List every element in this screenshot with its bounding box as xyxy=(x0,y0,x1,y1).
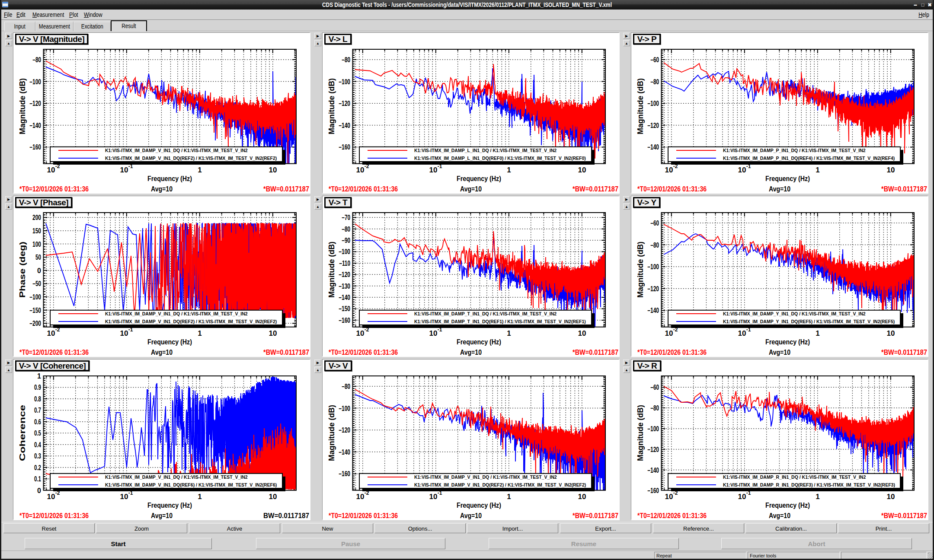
svg-text:−160: −160 xyxy=(647,487,659,494)
svg-text:−60: −60 xyxy=(650,220,659,227)
svg-text:*T0=12/01/2026 01:31:36: *T0=12/01/2026 01:31:36 xyxy=(637,349,707,356)
svg-text:Frequency (Hz): Frequency (Hz) xyxy=(765,338,810,346)
svg-text:50: 50 xyxy=(35,254,41,261)
svg-text:−120: −120 xyxy=(647,446,659,453)
svg-text:−160: −160 xyxy=(29,143,41,151)
svg-text:Magnitude (dB): Magnitude (dB) xyxy=(636,405,645,461)
svg-text:K1:VIS-ITMX_IM_DAMP_V_IN1_DQ(R: K1:VIS-ITMX_IM_DAMP_V_IN1_DQ(REF6) / K1:… xyxy=(105,482,277,487)
svg-text:−110: −110 xyxy=(339,260,350,267)
svg-text:Magnitude (dB): Magnitude (dB) xyxy=(18,78,27,134)
svg-text:*BW=0.0117187: *BW=0.0117187 xyxy=(263,185,309,193)
svg-text:*T0=12/01/2026 01:31:36: *T0=12/01/2026 01:31:36 xyxy=(19,185,89,193)
svg-text:−140: −140 xyxy=(339,122,350,129)
svg-text:−100: −100 xyxy=(29,78,41,86)
svg-text:*T0=12/01/2026 01:31:36: *T0=12/01/2026 01:31:36 xyxy=(637,512,707,519)
svg-text:*BW=0.0117187: *BW=0.0117187 xyxy=(881,349,927,356)
svg-text:10: 10 xyxy=(47,493,55,501)
svg-text:*T0=12/01/2026 01:31:36: *T0=12/01/2026 01:31:36 xyxy=(329,349,398,356)
svg-text:−120: −120 xyxy=(647,122,659,129)
svg-text:10: 10 xyxy=(665,166,673,174)
svg-text:150: 150 xyxy=(32,227,41,235)
svg-text:−120: −120 xyxy=(339,271,350,278)
svg-text:*BW=0.0117187: *BW=0.0117187 xyxy=(263,349,309,356)
svg-text:100: 100 xyxy=(32,241,41,248)
svg-text:−80: −80 xyxy=(650,242,659,249)
svg-text:0.8: 0.8 xyxy=(34,395,41,403)
svg-text:−60: −60 xyxy=(650,384,659,391)
svg-text:K1:VIS-ITMX_IM_DAMP_V_IN1_DQ(R: K1:VIS-ITMX_IM_DAMP_V_IN1_DQ(REF2) / K1:… xyxy=(105,319,277,324)
svg-text:−140: −140 xyxy=(647,143,659,151)
svg-text:10: 10 xyxy=(887,329,895,337)
svg-text:0.1: 0.1 xyxy=(34,475,41,483)
svg-text:10: 10 xyxy=(47,329,55,337)
svg-text:10: 10 xyxy=(120,166,128,174)
svg-text:K1:VIS-ITMX_IM_DAMP_P_IN1_DQ(R: K1:VIS-ITMX_IM_DAMP_P_IN1_DQ(REF4) / K1:… xyxy=(723,156,895,161)
svg-text:0.7: 0.7 xyxy=(34,407,41,414)
svg-text:Frequency (Hz): Frequency (Hz) xyxy=(147,175,192,182)
svg-text:Avg=10: Avg=10 xyxy=(769,512,790,519)
svg-text:−140: −140 xyxy=(647,307,659,314)
svg-text:K1:VIS-ITMX_IM_DAMP_R_IN1_DQ /: K1:VIS-ITMX_IM_DAMP_R_IN1_DQ / K1:VIS-IT… xyxy=(723,474,866,480)
svg-text:0.5: 0.5 xyxy=(34,430,41,437)
svg-text:K1:VIS-ITMX_IM_DAMP_V_IN1_DQ(R: K1:VIS-ITMX_IM_DAMP_V_IN1_DQ(REF2) / K1:… xyxy=(414,482,586,487)
svg-text:1: 1 xyxy=(198,329,202,337)
svg-text:1: 1 xyxy=(198,166,202,174)
svg-text:Avg=10: Avg=10 xyxy=(151,349,173,356)
svg-text:BW=0.0117187: BW=0.0117187 xyxy=(263,512,309,519)
svg-text:10: 10 xyxy=(47,166,55,174)
svg-text:Frequency (Hz): Frequency (Hz) xyxy=(147,502,192,509)
svg-text:0: 0 xyxy=(37,267,41,274)
svg-text:Frequency (Hz): Frequency (Hz) xyxy=(457,338,501,346)
svg-text:−90: −90 xyxy=(342,237,350,244)
svg-text:−130: −130 xyxy=(339,283,350,290)
svg-text:10: 10 xyxy=(269,166,277,174)
svg-text:Coherence: Coherence xyxy=(18,405,27,461)
svg-text:−100: −100 xyxy=(339,78,350,86)
svg-text:−80: −80 xyxy=(342,226,350,233)
svg-text:−140: −140 xyxy=(29,122,41,129)
svg-text:K1:VIS-ITMX_IM_DAMP_V_IN1_DQ /: K1:VIS-ITMX_IM_DAMP_V_IN1_DQ / K1:VIS-IT… xyxy=(105,474,248,480)
svg-text:0.4: 0.4 xyxy=(34,441,41,449)
svg-text:10: 10 xyxy=(269,493,277,501)
svg-text:−160: −160 xyxy=(339,470,350,477)
svg-text:K1:VIS-ITMX_IM_DAMP_V_IN1_DQ /: K1:VIS-ITMX_IM_DAMP_V_IN1_DQ / K1:VIS-IT… xyxy=(105,148,248,153)
svg-text:−150: −150 xyxy=(339,305,350,312)
svg-text:Avg=10: Avg=10 xyxy=(151,185,173,193)
svg-text:Avg=10: Avg=10 xyxy=(769,185,790,193)
svg-text:K1:VIS-ITMX_IM_DAMP_V_IN1_DQ /: K1:VIS-ITMX_IM_DAMP_V_IN1_DQ / K1:VIS-IT… xyxy=(105,311,248,316)
svg-text:−80: −80 xyxy=(342,383,350,390)
svg-text:10: 10 xyxy=(738,329,746,337)
svg-text:200: 200 xyxy=(32,214,41,221)
svg-text:Avg=10: Avg=10 xyxy=(460,512,482,519)
svg-text:10: 10 xyxy=(578,329,586,337)
svg-text:1: 1 xyxy=(507,166,511,174)
svg-text:K1:VIS-ITMX_IM_DAMP_Y_IN1_DQ /: K1:VIS-ITMX_IM_DAMP_Y_IN1_DQ / K1:VIS-IT… xyxy=(723,311,866,316)
svg-text:K1:VIS-ITMX_IM_DAMP_L_IN1_DQ /: K1:VIS-ITMX_IM_DAMP_L_IN1_DQ / K1:VIS-IT… xyxy=(414,148,557,153)
svg-text:10: 10 xyxy=(120,493,128,501)
svg-text:−140: −140 xyxy=(339,294,350,301)
svg-text:10: 10 xyxy=(429,329,438,337)
svg-text:0.9: 0.9 xyxy=(34,384,41,391)
svg-text:*BW=0.0117187: *BW=0.0117187 xyxy=(573,512,618,519)
svg-text:*BW=0.0117187: *BW=0.0117187 xyxy=(573,349,618,356)
svg-text:Frequency (Hz): Frequency (Hz) xyxy=(765,502,810,509)
svg-text:−50: −50 xyxy=(32,280,41,287)
svg-text:K1:VIS-ITMX_IM_DAMP_R_IN1_DQ(R: K1:VIS-ITMX_IM_DAMP_R_IN1_DQ(REF3) / K1:… xyxy=(723,482,895,487)
svg-text:1: 1 xyxy=(816,329,819,337)
svg-text:−160: −160 xyxy=(339,317,350,324)
svg-text:*BW=0.0117187: *BW=0.0117187 xyxy=(881,185,927,193)
svg-text:1: 1 xyxy=(507,493,511,501)
svg-text:Magnitude (dB): Magnitude (dB) xyxy=(636,242,645,298)
svg-text:10: 10 xyxy=(120,329,128,337)
svg-text:1: 1 xyxy=(816,166,819,174)
svg-text:10: 10 xyxy=(887,493,895,501)
svg-text:K1:VIS-ITMX_IM_DAMP_T_IN1_DQ /: K1:VIS-ITMX_IM_DAMP_T_IN1_DQ / K1:VIS-IT… xyxy=(414,311,557,316)
svg-text:10: 10 xyxy=(887,166,895,174)
svg-text:−100: −100 xyxy=(339,405,350,412)
svg-text:0.6: 0.6 xyxy=(34,418,41,426)
svg-text:*T0=12/01/2026 01:31:36: *T0=12/01/2026 01:31:36 xyxy=(19,349,89,356)
svg-text:10: 10 xyxy=(578,166,586,174)
svg-text:−120: −120 xyxy=(647,285,659,293)
svg-text:10: 10 xyxy=(356,493,365,501)
svg-text:1: 1 xyxy=(198,493,202,501)
